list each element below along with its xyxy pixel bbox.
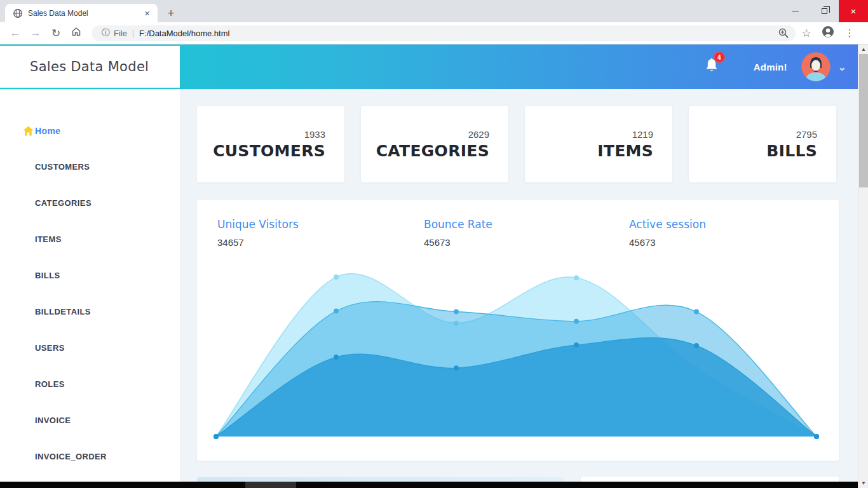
page-viewport: Sales Data Model 4 Admin! [0,44,868,488]
stat-label: CUSTOMERS [213,142,325,160]
browser-toolbar: ← → ↻ ⓘ File | F:/DataModel/home.html ☆ … [0,22,868,44]
stat-label: BILLS [766,142,817,160]
page-scrollbar[interactable]: ▲ ▼ [858,44,868,488]
sidebar-item-label: USERS [35,343,65,353]
home-outline-icon [71,27,81,36]
scroll-down-button[interactable]: ▼ [858,478,868,488]
metric-value: 45673 [424,237,614,248]
stat-card-bills: 2795 BILLS [689,106,836,182]
stat-value: 2629 [468,129,489,140]
sidebar-item-items[interactable]: ITEMS [0,221,180,257]
sidebar-item-label: ROLES [35,379,65,389]
metric-label: Unique Visitors [217,218,408,231]
browser-menu-icon[interactable]: ⋮ [839,27,860,39]
profile-icon[interactable] [817,25,839,41]
back-button[interactable]: ← [5,27,25,39]
minimize-button[interactable] [780,0,810,22]
minimize-icon [792,11,799,11]
stat-card-categories: 2629 CATEGORIES [361,106,508,182]
sidebar-item-invoice[interactable]: INVOICE [0,402,180,438]
sidebar-item-invoice-order[interactable]: INVOICE_ORDER [0,438,180,475]
stat-label: CATEGORIES [376,142,489,160]
browser-home-button[interactable] [66,27,86,39]
sidebar: Home CUSTOMERS CATEGORIES ITEMS BILLS BI… [0,89,180,488]
stat-value: 2795 [796,129,817,140]
stats-row: 1933 CUSTOMERS 2629 CATEGORIES 1219 ITEM… [197,106,839,182]
user-greeting: Admin! [754,62,787,72]
metric-bounce-rate: Bounce Rate 45673 [424,218,614,248]
sidebar-item-customers[interactable]: CUSTOMERS [0,149,180,185]
footer-bar [0,482,858,488]
metric-unique-visitors: Unique Visitors 34657 [217,218,408,248]
tab-title: Sales Data Model [28,9,142,18]
info-icon[interactable]: ⓘ [102,27,110,39]
footer-bar-segment [245,482,296,488]
tab-close-icon[interactable]: × [142,8,153,18]
area-chart [216,264,817,439]
url-divider: | [132,29,134,37]
stat-card-items: 1219 ITEMS [525,106,672,182]
reload-button[interactable]: ↻ [46,27,66,40]
sidebar-item-label: INVOICE [35,416,71,425]
address-bar[interactable]: ⓘ File | F:/DataModel/home.html [92,25,796,41]
sidebar-item-label: ITEMS [35,234,62,244]
stat-value: 1219 [632,129,653,140]
zoom-icon[interactable] [778,27,789,39]
forward-button[interactable]: → [25,27,46,39]
browser-tab[interactable]: Sales Data Model × [5,4,158,22]
sidebar-item-billdetails[interactable]: BILLDETAILS [0,294,180,330]
brand-box: Sales Data Model [0,46,180,88]
visitors-chart-card: Unique Visitors 34657 Bounce Rate 45673 … [197,200,839,461]
sidebar-item-bills[interactable]: BILLS [0,257,180,294]
new-tab-button[interactable]: + [163,5,179,22]
sidebar-item-categories[interactable]: CATEGORIES [0,185,180,221]
sidebar-item-roles[interactable]: ROLES [0,366,180,402]
app-title: Sales Data Model [30,59,149,74]
bookmark-star-icon[interactable]: ☆ [796,27,817,40]
stat-label: ITEMS [597,142,653,160]
metric-value: 45673 [629,237,820,248]
metric-value: 34657 [217,237,408,248]
app-header: Sales Data Model 4 Admin! [0,44,858,89]
sidebar-item-label: BILLS [35,271,60,280]
sidebar-item-label: CATEGORIES [35,198,92,208]
window-controls: × [780,0,868,22]
sidebar-item-label: Home [35,126,61,136]
sidebar-item-label: INVOICE_ORDER [35,452,107,461]
sidebar-item-users[interactable]: USERS [0,330,180,366]
scroll-up-button[interactable]: ▲ [858,44,868,54]
avatar[interactable] [801,52,831,81]
metric-label: Active session [629,218,820,231]
stat-value: 1933 [304,129,325,140]
globe-icon [13,8,23,18]
sidebar-item-label: CUSTOMERS [35,162,90,172]
sidebar-item-label: BILLDETAILS [35,307,91,316]
home-icon [23,126,34,136]
url-path: F:/DataModel/home.html [139,29,229,38]
metric-label: Bounce Rate [424,218,614,231]
scrollbar-thumb[interactable] [859,54,868,187]
url-scheme: File [114,29,127,38]
metric-active-session: Active session 45673 [629,218,820,248]
stat-card-customers: 1933 CUSTOMERS [197,106,344,182]
notifications-button[interactable]: 4 [704,57,721,76]
restore-icon [822,8,827,14]
sidebar-item-home[interactable]: Home [0,112,180,149]
restore-button[interactable] [810,0,839,22]
close-window-button[interactable]: × [839,0,868,22]
user-menu-chevron-icon[interactable]: ⌄ [838,61,846,73]
notification-badge: 4 [714,51,725,63]
browser-tabstrip: Sales Data Model × + × [0,0,868,22]
